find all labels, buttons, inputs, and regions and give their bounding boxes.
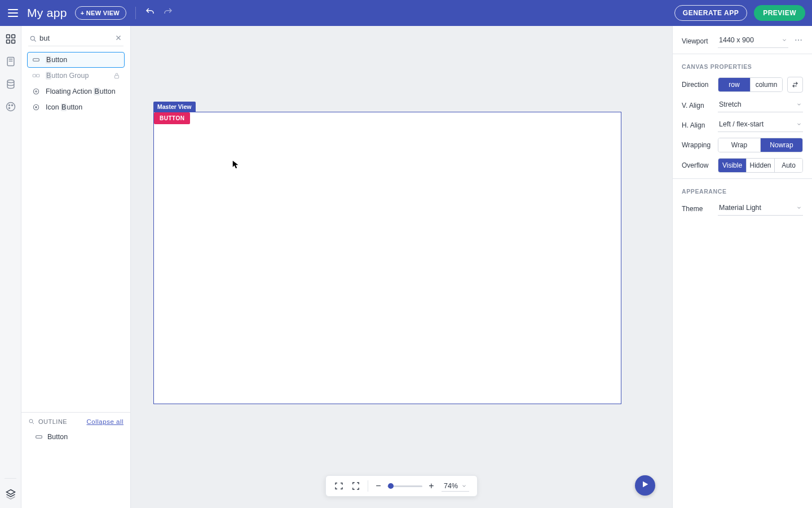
- redo-icon[interactable]: [163, 7, 173, 19]
- svg-point-6: [6, 103, 15, 111]
- svg-rect-1: [11, 35, 15, 38]
- canvas[interactable]: Master View BUTTON − + 74%: [131, 26, 672, 508]
- top-bar: My app + NEW VIEW GENERATE APP PREVIEW: [0, 0, 812, 26]
- overflow-hidden-option[interactable]: Hidden: [747, 159, 775, 172]
- component-search-input[interactable]: [28, 32, 123, 46]
- wrapping-label: Wrapping: [682, 141, 718, 149]
- generate-app-button[interactable]: GENERATE APP: [674, 5, 747, 21]
- svg-rect-3: [11, 40, 15, 43]
- svg-point-10: [30, 36, 34, 40]
- chevron-down-icon: [796, 121, 802, 127]
- svg-rect-14: [115, 75, 119, 78]
- fit-screen-icon[interactable]: [334, 481, 344, 491]
- outline-node-label: Button: [47, 433, 68, 441]
- svg-rect-2: [6, 40, 10, 43]
- valign-value: Stretch: [719, 100, 742, 108]
- clear-search-icon[interactable]: [114, 34, 122, 42]
- component-item-button-group[interactable]: Button Group: [27, 68, 125, 84]
- chevron-down-icon: [461, 483, 467, 489]
- overflow-label: Overflow: [682, 161, 718, 169]
- svg-point-21: [798, 40, 799, 41]
- component-item-button[interactable]: Button: [27, 52, 125, 68]
- play-icon: [641, 480, 650, 491]
- zoom-value-dropdown[interactable]: 74%: [442, 481, 469, 492]
- properties-panel: Viewport 812 x 508 CANVAS PROPERTIES Di…: [672, 26, 812, 508]
- outline-tree: Button: [28, 425, 123, 449]
- view-label[interactable]: Master View: [153, 102, 196, 112]
- fab-icon: [32, 87, 40, 95]
- collapse-all-link[interactable]: Collapse all: [87, 418, 123, 425]
- svg-rect-11: [33, 59, 39, 62]
- component-item-icon-button[interactable]: Icon Button: [27, 99, 125, 115]
- run-fab[interactable]: [635, 475, 655, 496]
- component-item-label: Icon Button: [46, 103, 82, 111]
- button-icon: [35, 433, 43, 441]
- svg-point-20: [795, 40, 796, 41]
- svg-point-17: [36, 107, 37, 108]
- undo-icon[interactable]: [145, 7, 155, 19]
- valign-select[interactable]: Stretch: [718, 98, 803, 112]
- components-tab-icon[interactable]: [5, 33, 17, 45]
- svg-point-22: [801, 40, 802, 41]
- more-icon[interactable]: [794, 36, 803, 46]
- canvas-button-component[interactable]: BUTTON: [154, 112, 190, 124]
- search-icon: [29, 35, 37, 43]
- wrapping-segmented: Wrap Nowrap: [718, 138, 803, 152]
- overflow-visible-option[interactable]: Visible: [718, 159, 747, 172]
- wrap-option[interactable]: Wrap: [718, 138, 761, 152]
- new-view-button[interactable]: + NEW VIEW: [75, 6, 126, 20]
- svg-point-8: [11, 105, 12, 106]
- layers-icon[interactable]: [5, 488, 17, 500]
- swap-direction-button[interactable]: [787, 77, 803, 93]
- svg-rect-0: [6, 35, 10, 38]
- zoom-slider[interactable]: [387, 485, 422, 487]
- svg-rect-19: [36, 436, 42, 439]
- halign-value: Left / flex-start: [719, 120, 764, 128]
- component-item-label: Button: [46, 56, 67, 64]
- component-search-row: [21, 26, 130, 50]
- outline-search-icon[interactable]: [28, 418, 35, 425]
- lock-icon: [113, 72, 121, 80]
- pages-tab-icon[interactable]: [5, 55, 17, 68]
- fullscreen-icon[interactable]: [351, 481, 361, 491]
- direction-row-option[interactable]: row: [718, 78, 751, 91]
- component-item-label: Floating Action Button: [46, 87, 116, 95]
- halign-select[interactable]: Left / flex-start: [718, 118, 803, 132]
- zoom-out-button[interactable]: −: [375, 481, 382, 491]
- component-item-label: Button Group: [46, 72, 89, 80]
- theme-select[interactable]: Material Light: [718, 202, 803, 216]
- overflow-auto-option[interactable]: Auto: [775, 159, 802, 172]
- menu-icon[interactable]: [7, 7, 19, 19]
- svg-rect-12: [33, 75, 36, 77]
- svg-point-7: [8, 105, 10, 106]
- zoom-control: − +: [375, 481, 435, 491]
- component-results: Button Button Group Floating Action Butt…: [21, 50, 130, 117]
- icon-button-icon: [32, 103, 40, 111]
- direction-column-option[interactable]: column: [751, 78, 782, 91]
- viewport-select[interactable]: 812 x 508: [718, 34, 788, 48]
- svg-point-18: [29, 419, 33, 423]
- component-item-fab[interactable]: Floating Action Button: [27, 84, 125, 99]
- cursor-icon: [232, 160, 239, 169]
- undo-redo-group: [145, 7, 173, 19]
- artboard[interactable]: [153, 112, 621, 404]
- preview-button[interactable]: PREVIEW: [754, 5, 805, 21]
- chevron-down-icon: [782, 37, 787, 43]
- app-title: My app: [27, 6, 67, 20]
- outline-node-button[interactable]: Button: [30, 431, 121, 443]
- divider: [673, 54, 812, 54]
- zoom-slider-thumb[interactable]: [388, 483, 394, 489]
- outline-title: OUTLINE: [38, 418, 67, 425]
- data-tab-icon[interactable]: [5, 78, 17, 90]
- chevron-down-icon: [796, 102, 802, 107]
- theme-value: Material Light: [719, 204, 761, 212]
- left-icon-rail: [0, 26, 21, 508]
- nowrap-option[interactable]: Nowrap: [761, 138, 802, 152]
- divider: [368, 480, 368, 492]
- zoom-in-button[interactable]: +: [428, 481, 435, 491]
- button-group-icon: [32, 72, 40, 80]
- zoom-value-label: 74%: [444, 482, 458, 490]
- theme-tab-icon[interactable]: [5, 100, 17, 113]
- side-panel: Button Button Group Floating Action Butt…: [21, 26, 131, 508]
- svg-point-9: [8, 108, 10, 109]
